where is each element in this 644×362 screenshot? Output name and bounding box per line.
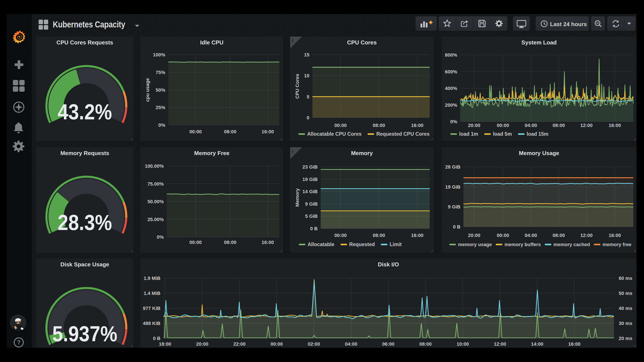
svg-text:977 KiB: 977 KiB — [143, 306, 160, 311]
svg-text:16:00: 16:00 — [568, 341, 580, 347]
svg-text:16:00: 16:00 — [411, 233, 423, 238]
svg-text:15: 15 — [304, 52, 309, 57]
svg-text:04:00: 04:00 — [525, 233, 537, 238]
svg-text:0: 0 — [307, 115, 309, 120]
svg-text:08:00: 08:00 — [553, 123, 565, 128]
svg-text:?: ? — [17, 339, 21, 346]
svg-text:400%: 400% — [445, 86, 457, 91]
svg-text:14 GiB: 14 GiB — [302, 189, 318, 194]
svg-text:28 GiB: 28 GiB — [445, 164, 460, 170]
svg-text:04:00: 04:00 — [345, 341, 357, 347]
svg-text:20:00: 20:00 — [468, 233, 480, 238]
svg-text:19 GiB: 19 GiB — [445, 184, 460, 190]
svg-text:00:00: 00:00 — [334, 233, 347, 238]
svg-text:12:00: 12:00 — [580, 233, 592, 238]
svg-text:1.9 MiB: 1.9 MiB — [144, 276, 160, 281]
svg-text:16:00: 16:00 — [411, 123, 423, 128]
svg-text:08:00: 08:00 — [420, 341, 432, 347]
svg-text:16:00: 16:00 — [609, 123, 621, 128]
svg-text:12:00: 12:00 — [580, 123, 592, 128]
svg-text:00:00: 00:00 — [334, 123, 347, 128]
svg-text:200%: 200% — [445, 102, 457, 108]
svg-text:14:00: 14:00 — [531, 341, 543, 347]
svg-text:100.00%: 100.00% — [145, 163, 164, 169]
svg-text:100%: 100% — [153, 52, 165, 57]
svg-text:9 GiB: 9 GiB — [305, 201, 318, 207]
svg-text:cpu usage: cpu usage — [145, 78, 150, 102]
svg-text:75%: 75% — [156, 70, 165, 75]
svg-text:08:00: 08:00 — [373, 123, 385, 128]
svg-text:50 ms: 50 ms — [619, 291, 632, 296]
svg-text:19 GiB: 19 GiB — [302, 177, 318, 182]
svg-text:08:00: 08:00 — [224, 240, 236, 245]
svg-text:0 B: 0 B — [153, 336, 160, 341]
svg-text:16:00: 16:00 — [609, 233, 621, 238]
svg-text:1.4 MiB: 1.4 MiB — [144, 291, 160, 296]
svg-text:5 GiB: 5 GiB — [305, 213, 318, 219]
svg-text:02:00: 02:00 — [308, 341, 320, 347]
svg-text:800%: 800% — [445, 52, 457, 58]
svg-text:10: 10 — [304, 73, 309, 78]
svg-text:60 ms: 60 ms — [619, 276, 632, 281]
svg-text:00:00: 00:00 — [497, 233, 509, 238]
svg-text:20:00: 20:00 — [196, 341, 208, 347]
svg-text:10:00: 10:00 — [456, 341, 469, 347]
svg-text:600%: 600% — [445, 69, 457, 74]
svg-text:25%: 25% — [156, 105, 165, 110]
svg-text:50.00%: 50.00% — [147, 199, 164, 204]
svg-text:04:00: 04:00 — [525, 123, 537, 128]
svg-text:0%: 0% — [158, 122, 165, 128]
svg-text:488 KiB: 488 KiB — [143, 321, 160, 326]
svg-text:23 GiB: 23 GiB — [302, 164, 318, 170]
svg-text:16:00: 16:00 — [262, 240, 274, 245]
svg-text:25.00%: 25.00% — [147, 217, 164, 222]
svg-text:08:00: 08:00 — [553, 233, 565, 238]
svg-text:00:00: 00:00 — [497, 123, 509, 128]
svg-text:30 ms: 30 ms — [619, 321, 632, 326]
svg-text:22:00: 22:00 — [233, 341, 246, 347]
svg-text:18:00: 18:00 — [159, 341, 171, 347]
svg-text:50%: 50% — [156, 87, 165, 93]
svg-text:20 ms: 20 ms — [619, 336, 632, 341]
svg-text:0 B: 0 B — [453, 224, 460, 230]
svg-text:06:00: 06:00 — [382, 341, 394, 347]
svg-text:75.00%: 75.00% — [147, 181, 164, 187]
svg-text:08:00: 08:00 — [224, 129, 236, 134]
svg-text:08:00: 08:00 — [373, 233, 385, 238]
svg-text:00:00: 00:00 — [270, 341, 283, 347]
svg-text:0%: 0% — [450, 119, 457, 124]
svg-text:12:00: 12:00 — [494, 341, 506, 347]
svg-text:00:00: 00:00 — [190, 129, 202, 134]
svg-text:0 B: 0 B — [310, 226, 318, 231]
svg-text:Memory: Memory — [294, 188, 300, 207]
svg-text:00:00: 00:00 — [190, 240, 202, 245]
svg-text:20:00: 20:00 — [468, 123, 480, 128]
svg-text:0%: 0% — [157, 234, 164, 240]
svg-text:16:00: 16:00 — [262, 129, 274, 134]
svg-text:CPU Cores: CPU Cores — [294, 74, 300, 99]
svg-text:40 ms: 40 ms — [619, 306, 632, 311]
svg-text:5: 5 — [307, 94, 309, 99]
svg-text:9 GiB: 9 GiB — [448, 204, 460, 210]
